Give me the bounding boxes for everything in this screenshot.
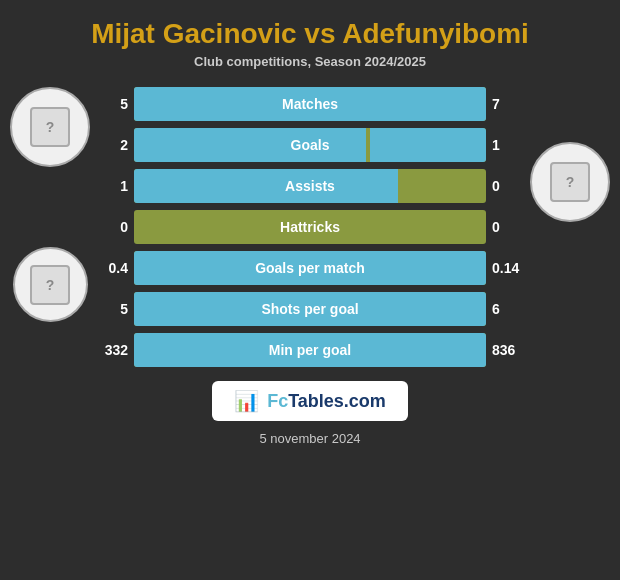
bar-label-6: Min per goal — [269, 342, 351, 358]
avatar-right: ? — [530, 142, 610, 222]
avatars-left: ? ? — [10, 87, 90, 322]
val-left-4: 0.4 — [98, 260, 134, 276]
bars-container: 5Matches72Goals11Assists00Hattricks00.4G… — [98, 87, 522, 367]
bar-fill-right-4 — [394, 251, 486, 285]
bar-fill-left-1 — [134, 128, 366, 162]
bar-row-2: 1Assists0 — [98, 169, 522, 203]
bar-label-5: Shots per goal — [261, 301, 358, 317]
avatar-left-top: ? — [10, 87, 90, 167]
subtitle: Club competitions, Season 2024/2025 — [194, 54, 426, 69]
val-right-5: 6 — [486, 301, 522, 317]
bar-label-3: Hattricks — [280, 219, 340, 235]
val-left-3: 0 — [98, 219, 134, 235]
bar-bg-2: Assists — [134, 169, 486, 203]
val-right-3: 0 — [486, 219, 522, 235]
date-label: 5 november 2024 — [259, 431, 360, 446]
val-left-6: 332 — [98, 342, 134, 358]
bar-label-1: Goals — [291, 137, 330, 153]
bar-bg-3: Hattricks — [134, 210, 486, 244]
bar-row-6: 332Min per goal836 — [98, 333, 522, 367]
bar-fill-left-2 — [134, 169, 398, 203]
bar-bg-6: Min per goal — [134, 333, 486, 367]
bar-fill-left-0 — [134, 87, 282, 121]
bar-bg-0: Matches — [134, 87, 486, 121]
val-left-2: 1 — [98, 178, 134, 194]
logo-area: 📊 FcTables.com — [212, 381, 408, 421]
main-container: Mijat Gacinovic vs Adefunyibomi Club com… — [0, 0, 620, 580]
val-right-4: 0.14 — [486, 260, 522, 276]
avatar-right-placeholder: ? — [550, 162, 590, 202]
bar-row-4: 0.4Goals per match0.14 — [98, 251, 522, 285]
val-left-1: 2 — [98, 137, 134, 153]
avatar-left-top-placeholder: ? — [30, 107, 70, 147]
logo-icon: 📊 — [234, 389, 259, 413]
avatars-right: ? — [530, 142, 610, 222]
val-right-6: 836 — [486, 342, 522, 358]
bar-row-1: 2Goals1 — [98, 128, 522, 162]
bar-bg-4: Goals per match — [134, 251, 486, 285]
val-left-0: 5 — [98, 96, 134, 112]
bar-fill-left-6 — [134, 333, 233, 367]
logo-tables: Tables.com — [288, 391, 386, 411]
val-right-0: 7 — [486, 96, 522, 112]
val-right-2: 0 — [486, 178, 522, 194]
bar-row-5: 5Shots per goal6 — [98, 292, 522, 326]
bar-label-0: Matches — [282, 96, 338, 112]
bar-label-4: Goals per match — [255, 260, 365, 276]
stats-area: ? ? 5Matches72Goals11Assists00Hattricks0… — [0, 87, 620, 367]
bar-label-2: Assists — [285, 178, 335, 194]
bar-fill-right-1 — [370, 128, 486, 162]
bar-row-0: 5Matches7 — [98, 87, 522, 121]
bar-row-3: 0Hattricks0 — [98, 210, 522, 244]
page-title: Mijat Gacinovic vs Adefunyibomi — [91, 18, 529, 50]
val-right-1: 1 — [486, 137, 522, 153]
logo-text: FcTables.com — [267, 391, 386, 412]
logo-fc: Fc — [267, 391, 288, 411]
avatar-left-bottom-placeholder: ? — [30, 265, 70, 305]
bar-bg-5: Shots per goal — [134, 292, 486, 326]
bar-bg-1: Goals — [134, 128, 486, 162]
avatar-left-bottom: ? — [13, 247, 88, 322]
val-left-5: 5 — [98, 301, 134, 317]
